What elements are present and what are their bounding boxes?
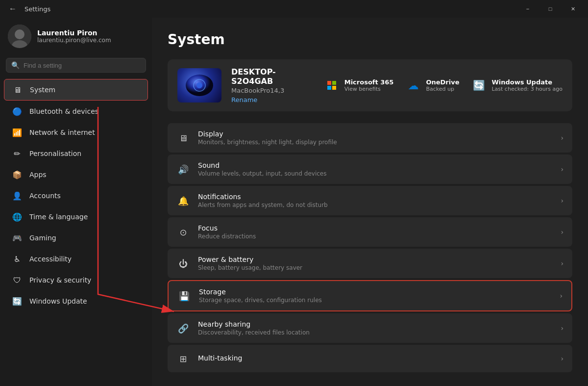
service-sub-onedrive: Backed up [426,86,459,92]
sidebar-item-personalisation[interactable]: ✏️ Personalisation [4,143,148,164]
settings-icon-notifications: 🔔 [176,194,190,207]
user-profile[interactable]: Laurentiu Piron laurentiu.piron@live.com [0,18,152,56]
settings-content-storage: Storage Storage space, drives, configura… [199,288,552,304]
settings-content-display: Display Monitors, brightness, night ligh… [198,130,553,146]
settings-content-multi-tasking: Multi-tasking [198,354,553,363]
settings-sub-display: Monitors, brightness, night light, displ… [198,139,553,146]
page-title: System [168,31,572,48]
nav-icon-gaming: 🎮 [12,232,23,243]
nav-label-privacy: Privacy & security [29,276,91,284]
user-name: Laurentiu Piron [37,29,111,37]
sidebar-item-windows-update[interactable]: 🔄 Windows Update [4,291,148,311]
nav-icon-accessibility: ♿ [12,254,23,264]
svg-point-2 [15,29,24,39]
maximize-button[interactable]: □ [539,1,562,17]
settings-title-focus: Focus [198,224,553,232]
sidebar-item-apps[interactable]: 📦 Apps [4,164,148,185]
avatar [8,25,31,48]
nav-icon-accounts: 👤 [12,190,23,201]
settings-content-nearby-sharing: Nearby sharing Discoverability, received… [198,320,553,336]
search-input[interactable] [24,62,141,69]
settings-sub-nearby-sharing: Discoverability, received files location [198,329,553,336]
nav-icon-system: 🖥 [12,84,23,95]
close-button[interactable]: ✕ [562,1,584,17]
sidebar-item-gaming[interactable]: 🎮 Gaming [4,228,148,248]
nav-icon-apps: 📦 [12,169,23,180]
title-bar: ← Settings − □ ✕ [0,0,588,18]
nav-icon-network: 📶 [12,127,23,138]
settings-title-display: Display [198,130,553,138]
user-info: Laurentiu Piron laurentiu.piron@live.com [37,29,111,44]
settings-item-nearby-sharing[interactable]: 🔗 Nearby sharing Discoverability, receiv… [168,313,572,343]
search-container: 🔍 [0,56,152,78]
chevron-icon-multi-tasking: › [561,355,564,362]
service-item-ms365[interactable]: Microsoft 365 View benefits [324,77,394,93]
wupdate-icon: 🔄 [473,79,485,91]
device-services: Microsoft 365 View benefits ☁ OneDrive B… [324,77,563,93]
device-image [177,68,221,103]
service-icon-onedrive: ☁ [405,77,421,93]
chevron-icon-storage: › [560,292,563,300]
device-name: DESKTOP-S2O4GAB [231,67,314,86]
nav-label-bluetooth: Bluetooth & devices [29,107,98,115]
settings-item-sound[interactable]: 🔊 Sound Volume levels, output, input, so… [168,154,572,184]
settings-icon-storage: 💾 [177,289,191,303]
sidebar-item-network[interactable]: 📶 Network & internet [4,122,148,143]
settings-content-notifications: Notifications Alerts from apps and syste… [198,193,553,208]
settings-content-power: Power & battery Sleep, battery usage, ba… [198,256,553,271]
settings-item-multi-tasking[interactable]: ⊞ Multi-tasking › [168,345,572,372]
settings-title-notifications: Notifications [198,193,553,201]
device-info: DESKTOP-S2O4GAB MacBookPro14,3 Rename [231,67,314,103]
sidebar-nav: 🖥 System 🔵 Bluetooth & devices 📶 Network… [0,78,152,312]
nav-icon-privacy: 🛡 [12,275,23,285]
settings-item-storage[interactable]: 💾 Storage Storage space, drives, configu… [168,280,572,311]
minimize-button[interactable]: − [516,1,539,17]
service-name-onedrive: OneDrive [426,78,459,86]
settings-icon-nearby-sharing: 🔗 [176,321,190,335]
sidebar-item-bluetooth[interactable]: 🔵 Bluetooth & devices [4,101,148,122]
user-email: laurentiu.piron@live.com [37,37,111,44]
sidebar-item-system[interactable]: 🖥 System [4,79,148,101]
sidebar-item-accessibility[interactable]: ♿ Accessibility [4,249,148,269]
settings-item-power[interactable]: ⏻ Power & battery Sleep, battery usage, … [168,249,572,278]
settings-content-sound: Sound Volume levels, output, input, soun… [198,161,553,177]
sidebar-item-accounts[interactable]: 👤 Accounts [4,185,148,206]
settings-item-display[interactable]: 🖥 Display Monitors, brightness, night li… [168,123,572,153]
settings-item-notifications[interactable]: 🔔 Notifications Alerts from apps and sys… [168,186,572,215]
chevron-icon-sound: › [561,165,564,173]
settings-icon-display: 🖥 [176,131,190,145]
nav-label-gaming: Gaming [29,234,56,242]
sidebar-item-privacy[interactable]: 🛡 Privacy & security [4,270,148,290]
settings-icon-focus: ⊙ [176,225,190,239]
nav-label-personalisation: Personalisation [29,150,81,157]
device-rename[interactable]: Rename [231,96,314,103]
nav-label-time: Time & language [29,213,88,221]
service-name-windows-update: Windows Update [491,78,563,86]
settings-icon-multi-tasking: ⊞ [176,352,190,365]
window-controls: − □ ✕ [516,1,584,17]
nav-label-apps: Apps [29,171,47,179]
settings-list: 🖥 Display Monitors, brightness, night li… [168,123,572,372]
settings-icon-power: ⏻ [176,257,190,270]
nav-label-accounts: Accounts [29,192,61,200]
chevron-icon-display: › [561,134,564,142]
settings-title-storage: Storage [199,288,552,296]
nav-label-system: System [30,86,55,94]
service-item-onedrive[interactable]: ☁ OneDrive Backed up [405,77,459,93]
chevron-icon-notifications: › [561,197,564,205]
chevron-icon-nearby-sharing: › [561,324,564,332]
nav-label-network: Network & internet [29,129,95,136]
sidebar-item-time[interactable]: 🌐 Time & language [4,206,148,227]
settings-item-focus[interactable]: ⊙ Focus Reduce distractions › [168,217,572,247]
settings-title-power: Power & battery [198,256,553,263]
settings-sub-sound: Volume levels, output, input, sound devi… [198,170,553,177]
nav-icon-bluetooth: 🔵 [12,106,23,117]
back-button[interactable]: ← [6,2,20,15]
settings-sub-power: Sleep, battery usage, battery saver [198,264,553,271]
service-icon-windows-update: 🔄 [471,77,487,93]
service-name-ms365: Microsoft 365 [344,78,394,86]
nav-label-windows-update: Windows Update [29,297,87,305]
search-box[interactable]: 🔍 [6,58,146,73]
device-card: DESKTOP-S2O4GAB MacBookPro14,3 Rename Mi… [168,59,572,111]
service-item-windows-update[interactable]: 🔄 Windows Update Last checked: 3 hours a… [471,77,563,93]
